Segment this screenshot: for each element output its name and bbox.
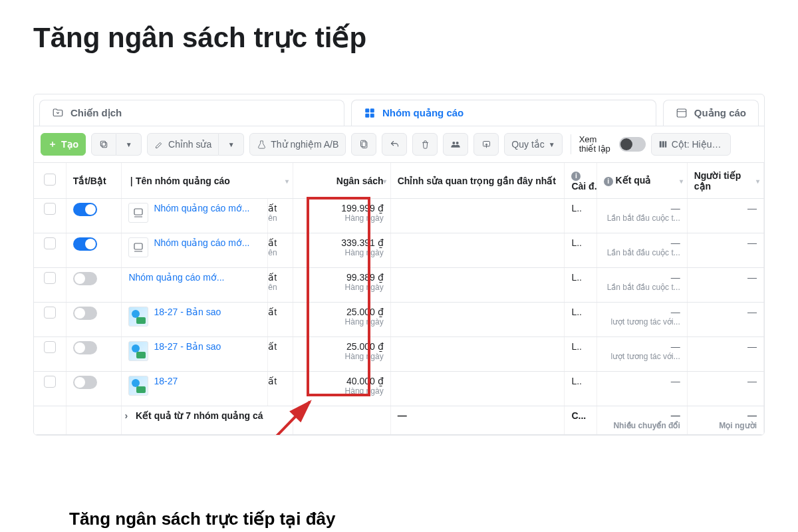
row-toggle[interactable] <box>73 307 97 320</box>
budget-period: Hàng ngày <box>300 283 384 292</box>
row-checkbox[interactable] <box>44 376 56 388</box>
row-toggle[interactable] <box>73 376 97 389</box>
header-onoff[interactable]: Tắt/Bật <box>66 163 122 199</box>
table-row[interactable]: 18-27 - Bản saoất25.000 ₫Hàng ngàyL..—lư… <box>34 337 764 372</box>
svg-rect-0 <box>365 108 369 112</box>
svg-rect-7 <box>100 141 105 146</box>
create-button[interactable]: ＋ Tạo <box>41 133 86 156</box>
header-reach[interactable]: Người tiếp cận▾ <box>687 163 763 199</box>
budget-period: Hàng ngày <box>300 248 384 257</box>
export-button[interactable] <box>473 133 499 156</box>
table-row[interactable]: Nhóm quảng cáo mớ...ấtên99.389 ₫Hàng ngà… <box>34 268 764 303</box>
edit-button[interactable]: Chỉnh sửa <box>147 133 219 156</box>
adset-name-link[interactable]: Nhóm quảng cáo mớ... <box>154 203 249 213</box>
header-set[interactable]: iCài đ... <box>565 163 597 199</box>
adset-name-link[interactable]: Nhóm quảng cáo mớ... <box>154 237 249 248</box>
recent-edit-cell <box>390 268 565 303</box>
chevron-right-icon[interactable]: › <box>124 410 128 421</box>
page-title: Tăng ngân sách trực tiếp <box>33 21 765 54</box>
table-row[interactable]: 18-27 - Bản saoất25.000 ₫Hàng ngàyL..—lư… <box>34 303 764 337</box>
budget-amount[interactable]: 40.000 ₫ <box>300 376 384 386</box>
budget-amount[interactable]: 99.389 ₫ <box>300 272 384 283</box>
people-button[interactable] <box>443 133 468 156</box>
rules-button[interactable]: Quy tắc ▼ <box>504 133 562 156</box>
adset-name-link[interactable]: 18-27 <box>154 376 178 386</box>
budget-amount[interactable]: 199.999 ₫ <box>300 203 384 213</box>
budget-period: Hàng ngày <box>300 352 384 361</box>
footer-reach-dash: — <box>694 410 757 421</box>
row-checkbox[interactable] <box>44 203 56 215</box>
duplicate-group: ▼ <box>91 133 142 156</box>
budget-amount[interactable]: 339.391 ₫ <box>300 237 384 248</box>
undo-button[interactable] <box>382 133 407 156</box>
name-tail: ất <box>268 272 290 283</box>
device-icon <box>128 237 148 257</box>
budget-amount[interactable]: 25.000 ₫ <box>300 307 384 317</box>
copy-button[interactable] <box>351 133 376 156</box>
row-checkbox[interactable] <box>44 272 56 284</box>
row-toggle[interactable] <box>73 203 97 216</box>
header-budget[interactable]: Ngân sách ▾ <box>293 163 391 199</box>
result-sub: lượt tương tác với... <box>604 352 680 361</box>
view-setup-toggle[interactable] <box>619 137 646 152</box>
row-checkbox[interactable] <box>44 237 56 249</box>
sort-icon: ▾ <box>383 177 386 184</box>
footer-label: Kết quả từ 7 nhóm quảng cá <box>136 410 263 421</box>
tab-ads[interactable]: Quảng cáo <box>663 100 759 126</box>
header-onoff-label: Tắt/Bật <box>73 176 106 186</box>
tab-adsets[interactable]: Nhóm quảng cáo <box>351 100 656 126</box>
recent-edit-cell <box>390 303 565 337</box>
svg-rect-2 <box>365 114 369 118</box>
duplicate-dropdown[interactable]: ▼ <box>116 133 142 156</box>
svg-rect-16 <box>134 209 142 215</box>
header-checkbox[interactable] <box>34 163 66 199</box>
svg-rect-15 <box>665 141 666 147</box>
tab-campaigns[interactable]: Chiến dịch <box>39 100 344 126</box>
row-toggle[interactable] <box>73 272 97 285</box>
duplicate-button[interactable] <box>91 133 116 156</box>
row-toggle[interactable] <box>73 237 97 251</box>
settings-cell: L.. <box>565 268 597 303</box>
header-recent[interactable]: Chỉnh sửa quan trọng gần đây nhất <box>390 163 565 199</box>
adset-name-link[interactable]: Nhóm quảng cáo mớ... <box>128 272 224 283</box>
chevron-down-icon: ▼ <box>228 141 235 148</box>
row-toggle[interactable] <box>73 341 97 354</box>
delete-button[interactable] <box>412 133 438 156</box>
sort-icon: ▾ <box>756 177 759 184</box>
columns-button[interactable]: Cột: Hiệu quả <box>651 133 731 156</box>
ab-test-button[interactable]: Thử nghiệm A/B <box>249 133 346 156</box>
header-reach-label: Người tiếp cận <box>694 170 741 192</box>
info-icon: i <box>604 177 613 186</box>
svg-rect-6 <box>102 142 106 147</box>
table-row[interactable]: Nhóm quảng cáo mớ...ấtên199.999 ₫Hàng ng… <box>34 199 764 233</box>
row-checkbox[interactable] <box>44 341 56 353</box>
edit-button-label: Chỉnh sửa <box>168 139 211 150</box>
header-budget-label: Ngân sách <box>336 176 384 186</box>
budget-period: Hàng ngày <box>300 317 384 327</box>
adset-name-link[interactable]: 18-27 - Bản sao <box>154 341 221 352</box>
result-sub: Lần bắt đầu cuộc t... <box>604 213 680 223</box>
table-footer-row: › Kết quả từ 7 nhóm quảng cá — C... — Nh… <box>34 406 764 435</box>
budget-amount[interactable]: 25.000 ₫ <box>300 341 384 352</box>
header-name-label: Tên nhóm quảng cáo <box>136 176 230 186</box>
name-tail: ất <box>268 203 290 213</box>
edit-dropdown[interactable]: ▼ <box>219 133 244 156</box>
header-recent-label: Chỉnh sửa quan trọng gần đây nhất <box>398 176 556 186</box>
ads-manager: Chiến dịch Nhóm quảng cáo Quảng cáo ＋ Tạ… <box>33 94 765 436</box>
svg-point-10 <box>453 142 456 144</box>
toolbar: ＋ Tạo ▼ Chỉnh sửa ▼ Thử nghiệm A/B <box>34 126 764 162</box>
row-checkbox[interactable] <box>44 307 56 319</box>
footer-recent: — <box>390 406 565 435</box>
svg-rect-1 <box>370 108 374 112</box>
adset-name-link[interactable]: 18-27 - Bản sao <box>154 307 221 317</box>
folder-icon <box>52 107 64 119</box>
reach-value: — <box>747 307 757 317</box>
header-name[interactable]: |Tên nhóm quảng cáo ▾ <box>122 163 293 199</box>
footer-set: C... <box>565 406 597 435</box>
table-row[interactable]: Nhóm quảng cáo mớ...ấtên339.391 ₫Hàng ng… <box>34 233 764 268</box>
reach-value: — <box>747 203 757 213</box>
thumbnail-image <box>128 341 148 361</box>
table-row[interactable]: 18-27ất40.000 ₫Hàng ngàyL..—— <box>34 372 764 406</box>
reach-value: — <box>747 341 757 352</box>
header-result[interactable]: iKết quả▾ <box>597 163 687 199</box>
